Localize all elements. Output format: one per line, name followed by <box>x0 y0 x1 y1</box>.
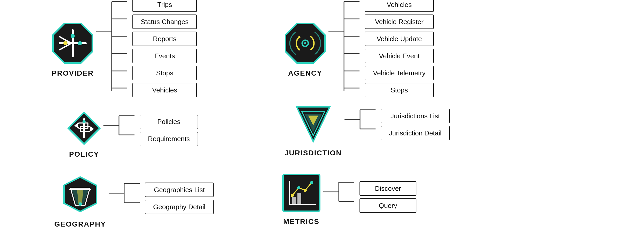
policy-policies[interactable]: Policies <box>140 115 198 129</box>
svg-point-63 <box>304 189 307 192</box>
geography-section: GEOGRAPHY Geographies List Geography Det… <box>54 176 214 228</box>
agency-connector <box>328 0 365 95</box>
svg-point-61 <box>291 194 294 197</box>
policy-boxes: Policies Requirements <box>140 115 198 146</box>
metrics-connector <box>323 178 360 216</box>
agency-vehicle-event[interactable]: Vehicle Event <box>365 49 434 63</box>
provider-status-changes[interactable]: Status Changes <box>132 15 197 29</box>
geography-list[interactable]: Geographies List <box>145 183 214 197</box>
agency-stops[interactable]: Stops <box>365 83 434 97</box>
agency-vehicle-update[interactable]: Vehicle Update <box>365 32 434 46</box>
diagram: PROVIDER Trips Status Changes Reports Ev… <box>0 0 644 232</box>
provider-reports[interactable]: Reports <box>132 32 197 46</box>
geography-label: GEOGRAPHY <box>54 220 106 228</box>
jurisdiction-connector <box>345 105 381 144</box>
geography-connector <box>109 179 145 218</box>
svg-point-7 <box>78 41 82 45</box>
provider-icon <box>52 23 93 64</box>
jurisdiction-label: JURISDICTION <box>284 149 342 157</box>
provider-vehicles[interactable]: Vehicles <box>132 83 197 97</box>
jurisdiction-icon-wrap: JURISDICTION <box>284 102 342 157</box>
agency-icon <box>284 23 326 64</box>
svg-point-33 <box>83 120 86 123</box>
provider-events[interactable]: Events <box>132 49 197 63</box>
provider-section: PROVIDER Trips Status Changes Reports Ev… <box>52 3 197 97</box>
svg-point-5 <box>71 34 75 38</box>
provider-connector <box>96 0 132 95</box>
metrics-icon <box>282 173 321 212</box>
policy-connector <box>103 111 140 150</box>
agency-label: AGENCY <box>288 69 322 77</box>
jurisdiction-section: JURISDICTION Jurisdictions List Jurisdic… <box>284 102 450 157</box>
svg-point-50 <box>78 202 82 206</box>
policy-section: POLICY Policies Requirements <box>67 111 198 158</box>
jurisdiction-boxes: Jurisdictions List Jurisdiction Detail <box>381 109 450 140</box>
provider-boxes: Trips Status Changes Reports Events Stop… <box>132 0 197 97</box>
metrics-discover[interactable]: Discover <box>360 181 416 196</box>
policy-label: POLICY <box>69 150 99 158</box>
jurisdiction-icon <box>293 102 334 144</box>
jurisdiction-list[interactable]: Jurisdictions List <box>381 109 450 123</box>
metrics-section: METRICS Discover Query <box>282 173 416 226</box>
geography-boxes: Geographies List Geography Detail <box>145 183 214 214</box>
metrics-boxes: Discover Query <box>360 181 416 213</box>
policy-icon <box>67 111 101 145</box>
agency-vehicle-register[interactable]: Vehicle Register <box>365 15 434 29</box>
metrics-query[interactable]: Query <box>360 198 416 213</box>
policy-icon-wrap: POLICY <box>67 111 101 158</box>
geography-icon-wrap: GEOGRAPHY <box>54 176 106 228</box>
provider-stops[interactable]: Stops <box>132 66 197 80</box>
agency-section: AGENCY Vehicles Vehicle Register Vehicle… <box>284 3 434 97</box>
policy-requirements[interactable]: Requirements <box>140 132 198 146</box>
jurisdiction-detail[interactable]: Jurisdiction Detail <box>381 126 450 140</box>
metrics-icon-wrap: METRICS <box>282 173 321 226</box>
provider-trips[interactable]: Trips <box>132 0 197 12</box>
agency-vehicles[interactable]: Vehicles <box>365 0 434 12</box>
metrics-label: METRICS <box>283 218 319 226</box>
agency-vehicle-telemetry[interactable]: Vehicle Telemetry <box>365 66 434 80</box>
geography-detail[interactable]: Geography Detail <box>145 200 214 214</box>
svg-point-6 <box>63 41 68 45</box>
provider-icon-wrap: PROVIDER <box>52 23 94 77</box>
svg-point-18 <box>304 42 306 44</box>
provider-label: PROVIDER <box>52 69 94 77</box>
svg-point-64 <box>310 181 313 184</box>
svg-point-62 <box>297 186 300 189</box>
agency-icon-wrap: AGENCY <box>284 23 326 77</box>
svg-rect-60 <box>297 193 301 205</box>
svg-rect-59 <box>292 197 296 205</box>
agency-boxes: Vehicles Vehicle Register Vehicle Update… <box>365 0 434 97</box>
geography-icon <box>61 176 100 215</box>
